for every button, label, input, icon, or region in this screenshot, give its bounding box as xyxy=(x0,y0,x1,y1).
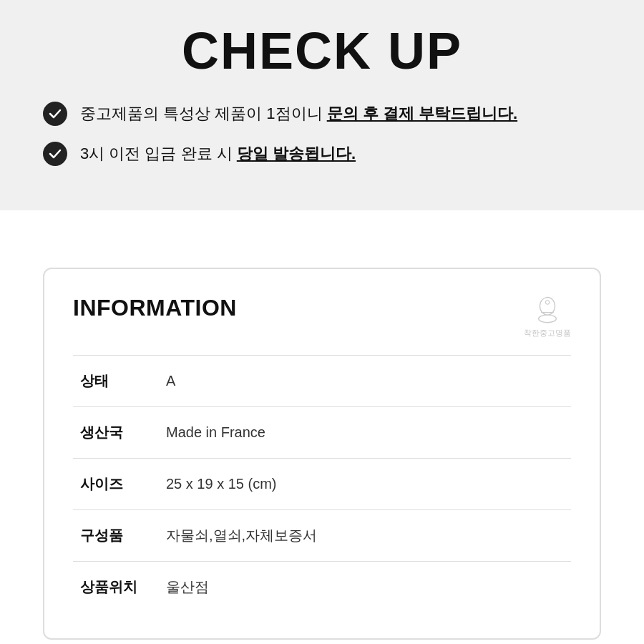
row-value: 자물쇠,열쇠,자체보증서 xyxy=(159,510,571,562)
info-section-title: INFORMATION xyxy=(73,295,237,321)
table-row: 상태A xyxy=(73,356,571,407)
watermark-logo-icon xyxy=(532,295,563,326)
section-divider xyxy=(0,210,644,246)
check-item-2: 3시 이전 입금 완료 시 당일 발송됩니다. xyxy=(43,142,601,166)
watermark-label: 착한중고명품 xyxy=(524,328,571,338)
row-label: 사이즈 xyxy=(73,459,159,510)
row-value: 울산점 xyxy=(159,562,571,613)
watermark: 착한중고명품 xyxy=(524,295,571,338)
row-value: Made in France xyxy=(159,407,571,459)
checkmark-icon-1 xyxy=(43,102,67,126)
main-title: CHECK UP xyxy=(43,21,601,80)
table-row: 생산국Made in France xyxy=(73,407,571,459)
info-card: INFORMATION 착한중고명품 상태A생산국Made in France사… xyxy=(43,268,601,640)
row-label: 상태 xyxy=(73,356,159,407)
row-label: 구성품 xyxy=(73,510,159,562)
check-list: 중고제품의 특성상 제품이 1점이니 문의 후 결제 부탁드립니다. 3시 이전… xyxy=(43,102,601,182)
row-value: 25 x 19 x 15 (cm) xyxy=(159,459,571,510)
top-section: CHECK UP 중고제품의 특성상 제품이 1점이니 문의 후 결제 부탁드립… xyxy=(0,0,644,210)
checkmark-icon-2 xyxy=(43,142,67,166)
table-row: 사이즈25 x 19 x 15 (cm) xyxy=(73,459,571,510)
table-row: 구성품자물쇠,열쇠,자체보증서 xyxy=(73,510,571,562)
check-item-1: 중고제품의 특성상 제품이 1점이니 문의 후 결제 부탁드립니다. xyxy=(43,102,601,126)
info-header: INFORMATION 착한중고명품 xyxy=(73,295,571,338)
check-text-1-bold: 문의 후 결제 부탁드립니다. xyxy=(327,104,517,122)
svg-point-2 xyxy=(539,315,557,323)
svg-point-3 xyxy=(545,301,549,304)
check-text-2: 3시 이전 입금 완료 시 당일 발송됩니다. xyxy=(80,143,356,165)
row-label: 생산국 xyxy=(73,407,159,459)
info-table: 상태A생산국Made in France사이즈25 x 19 x 15 (cm)… xyxy=(73,355,571,613)
info-section: INFORMATION 착한중고명품 상태A생산국Made in France사… xyxy=(0,246,644,644)
row-value: A xyxy=(159,356,571,407)
row-label: 상품위치 xyxy=(73,562,159,613)
table-row: 상품위치울산점 xyxy=(73,562,571,613)
check-text-2-bold: 당일 발송됩니다. xyxy=(237,145,356,162)
check-text-1: 중고제품의 특성상 제품이 1점이니 문의 후 결제 부탁드립니다. xyxy=(80,103,517,125)
